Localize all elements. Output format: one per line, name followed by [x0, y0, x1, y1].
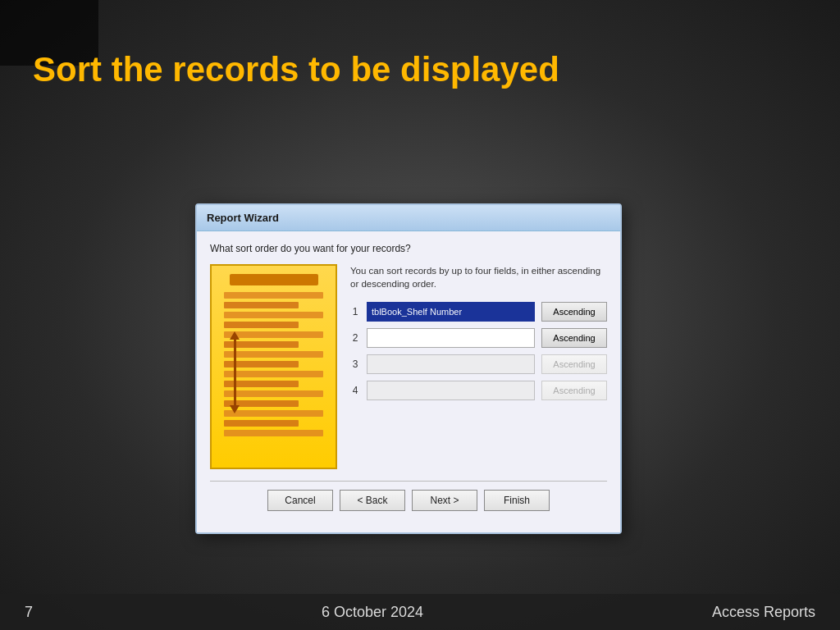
- illus-top-bar: [230, 274, 318, 285]
- dialog-content: You can sort records by up to four field…: [210, 264, 607, 469]
- sort-btn-3: Ascending: [541, 354, 607, 374]
- dialog-question: What sort order do you want for your rec…: [210, 243, 607, 254]
- sort-row-4: 4 Ascending: [350, 381, 607, 400]
- sort-row-3: 3 Ascending: [350, 354, 607, 374]
- sort-illustration: [210, 264, 337, 469]
- sort-row-3-num: 3: [350, 358, 360, 370]
- arrow-line: [234, 340, 236, 405]
- arrow-down: [230, 405, 240, 413]
- arrow-up: [230, 331, 240, 340]
- sort-btn-4: Ascending: [541, 381, 607, 400]
- dialog-title: Report Wizard: [207, 212, 279, 224]
- sort-field-1-select[interactable]: tblBook_Shelf Number: [367, 302, 535, 322]
- illus-row: [224, 322, 299, 328]
- sort-row-2-num: 2: [350, 332, 360, 344]
- sort-btn-2[interactable]: Ascending: [541, 328, 607, 348]
- sort-row-1-num: 1: [350, 306, 360, 317]
- sort-field-1-wrap: tblBook_Shelf Number: [367, 302, 535, 322]
- illus-row: [224, 302, 299, 308]
- illus-row: [224, 292, 324, 299]
- next-button[interactable]: Next >: [412, 490, 477, 511]
- slide-title: Sort the records to be displayed: [33, 49, 559, 90]
- sort-field-3-wrap: [367, 354, 535, 374]
- slide-number: 7: [25, 604, 33, 621]
- dialog-body: What sort order do you want for your rec…: [197, 231, 620, 532]
- back-button[interactable]: < Back: [340, 490, 405, 511]
- sort-controls: You can sort records by up to four field…: [350, 264, 607, 469]
- report-wizard-dialog: Report Wizard What sort order do you wan…: [195, 203, 622, 534]
- sort-row-4-num: 4: [350, 385, 360, 396]
- dialog-titlebar: Report Wizard: [197, 205, 620, 231]
- sort-field-4-select[interactable]: [367, 381, 535, 400]
- sort-row-1: 1 tblBook_Shelf Number Ascending: [350, 302, 607, 322]
- bottom-bar: 7 6 October 2024 Access Reports: [0, 594, 840, 630]
- illus-row: [224, 430, 324, 436]
- sort-btn-1[interactable]: Ascending: [541, 302, 607, 322]
- slide-date: 6 October 2024: [322, 604, 423, 621]
- illus-row: [224, 420, 299, 427]
- sort-field-2-select[interactable]: [367, 328, 535, 348]
- sort-arrow: [230, 331, 240, 413]
- finish-button[interactable]: Finish: [484, 490, 550, 511]
- sort-row-2: 2 Ascending: [350, 328, 607, 348]
- sort-description: You can sort records by up to four field…: [350, 264, 607, 290]
- dialog-divider: [210, 481, 607, 482]
- sort-field-3-select[interactable]: [367, 354, 535, 374]
- illus-row: [224, 312, 324, 318]
- sort-field-4-wrap: [367, 381, 535, 400]
- footer-title: Access Reports: [712, 604, 815, 621]
- dialog-buttons: Cancel < Back Next > Finish: [210, 490, 607, 521]
- sort-field-2-wrap: [367, 328, 535, 348]
- cancel-button[interactable]: Cancel: [267, 490, 333, 511]
